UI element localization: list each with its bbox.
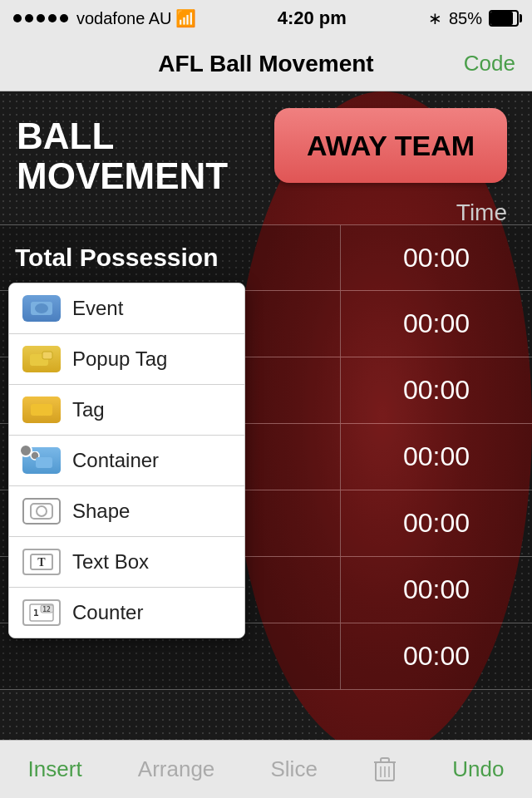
code-button[interactable]: Code <box>464 51 515 76</box>
status-left: vodafone AU 📶 <box>13 8 196 28</box>
possession-time: 00:00 <box>341 225 532 290</box>
svg-text:T: T <box>37 556 46 569</box>
row7-time: 00:00 <box>341 623 532 689</box>
counter-label: Counter <box>72 601 143 624</box>
row6-time: 00:00 <box>341 557 532 623</box>
ball-movement-line1: BALL <box>17 116 228 156</box>
time-column-header: Time <box>456 200 507 226</box>
carrier-label: vodafone AU <box>76 9 172 28</box>
tag-icon <box>22 397 61 423</box>
svg-rect-6 <box>36 457 52 468</box>
status-bar: vodafone AU 📶 4:20 pm ∗ 85% <box>0 0 532 37</box>
text-box-icon: T <box>22 549 61 575</box>
battery-percentage: 85% <box>449 9 482 28</box>
dropdown-item-counter[interactable]: 1 12 Counter <box>9 588 244 638</box>
main-content: AWAY TEAM BALL MOVEMENT Time Total Posse… <box>0 91 532 740</box>
insert-dropdown: Event Popup Tag Tag <box>8 283 245 638</box>
svg-text:1: 1 <box>33 608 39 618</box>
nav-title: AFL Ball Movement <box>158 51 373 77</box>
ball-movement-line2: MOVEMENT <box>17 156 228 196</box>
undo-button[interactable]: Undo <box>436 756 520 782</box>
shape-label: Shape <box>72 500 130 523</box>
battery-icon <box>489 10 519 27</box>
dropdown-item-text-box[interactable]: T Text Box <box>9 537 244 588</box>
bluetooth-icon: ∗ <box>428 8 442 28</box>
dropdown-item-popup-tag[interactable]: Popup Tag <box>9 334 244 385</box>
signal-dots <box>13 14 68 22</box>
away-team-button[interactable]: AWAY TEAM <box>274 108 507 183</box>
possession-label: Total Possession <box>0 225 341 290</box>
row5-time: 00:00 <box>341 490 532 556</box>
dropdown-item-tag[interactable]: Tag <box>9 385 244 436</box>
dropdown-item-container[interactable]: Container <box>9 436 244 486</box>
dropdown-item-shape[interactable]: Shape <box>9 486 244 537</box>
bottom-toolbar: Insert Arrange Slice Undo <box>0 740 532 798</box>
ball-movement-label: BALL MOVEMENT <box>17 116 228 197</box>
row3-time: 00:00 <box>341 357 532 423</box>
text-box-label: Text Box <box>72 550 149 574</box>
svg-point-8 <box>37 506 47 516</box>
row2-time: 00:00 <box>341 291 532 357</box>
status-time: 4:20 pm <box>278 7 347 29</box>
popup-tag-label: Popup Tag <box>72 347 167 371</box>
container-label: Container <box>72 449 159 472</box>
arrange-button[interactable]: Arrange <box>121 756 232 782</box>
status-right: ∗ 85% <box>428 8 519 28</box>
container-icon <box>22 447 61 474</box>
counter-icon: 1 12 <box>22 599 61 626</box>
svg-rect-4 <box>31 404 52 416</box>
insert-button[interactable]: Insert <box>12 756 99 782</box>
event-label: Event <box>72 297 123 320</box>
table-row-possession: Total Possession 00:00 <box>0 224 532 291</box>
popup-tag-icon <box>22 346 61 372</box>
event-icon <box>22 295 61 322</box>
svg-rect-3 <box>42 352 52 359</box>
dropdown-item-event[interactable]: Event <box>9 283 244 334</box>
row4-time: 00:00 <box>341 424 532 490</box>
wifi-icon: 📶 <box>175 8 196 28</box>
tag-label: Tag <box>72 398 105 421</box>
svg-rect-17 <box>381 758 389 762</box>
slice-button[interactable]: Slice <box>254 756 334 782</box>
nav-bar: AFL Ball Movement Code <box>0 37 532 91</box>
trash-icon <box>373 756 397 784</box>
delete-button[interactable] <box>357 756 413 784</box>
shape-icon <box>22 498 61 525</box>
svg-point-1 <box>35 303 48 313</box>
svg-text:12: 12 <box>42 606 51 613</box>
